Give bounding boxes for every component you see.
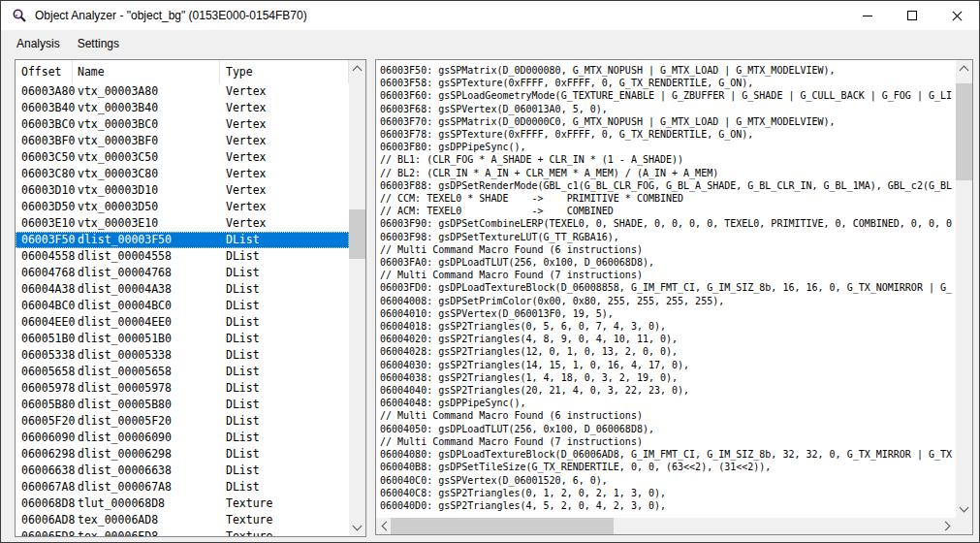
code-line: 06003F80: gsDPPipeSync(), (380, 141, 956, 153)
code-line: // CCM: TEXEL0 * SHADE -> PRIMITIVE * CO… (380, 192, 956, 205)
table-row[interactable]: 06005658dlist_00005658DList (16, 364, 349, 380)
cell-type: DList (226, 331, 260, 347)
cell-type: DList (226, 298, 260, 314)
cell-offset: 06005B80 (21, 397, 75, 413)
disassembly-text[interactable]: 06003F50: gsSPMatrix(D_0D000080, G_MTX_N… (376, 60, 956, 518)
cell-type: DList (226, 397, 260, 413)
table-row[interactable]: 06004BC0dlist_00004BC0DList (16, 298, 349, 314)
scroll-up-icon[interactable] (349, 60, 365, 77)
cell-type: DList (226, 347, 260, 364)
table-row[interactable]: 060068D8tlut_000068D8Texture (16, 495, 349, 512)
table-row[interactable]: 060067A8dlist_000067A8DList (16, 479, 349, 495)
magnifier-app-icon (12, 8, 27, 23)
table-row[interactable]: 06003B40vtx_00003B40Vertex (16, 100, 349, 116)
cell-type: Vertex (226, 215, 267, 232)
scroll-up-icon[interactable] (956, 60, 972, 77)
cell-type: DList (226, 380, 260, 397)
table-row[interactable]: 06006AD8tex_00006AD8Texture (16, 512, 349, 528)
code-line: 06004008: gsDPSetPrimColor(0x00, 0x80, 2… (380, 295, 956, 307)
cell-name: dlist_00004BC0 (78, 298, 172, 314)
titlebar[interactable]: Object Analyzer - "object_bg" (0153E000-… (1, 1, 979, 30)
cell-offset: 06004558 (21, 248, 75, 265)
table-row[interactable]: 06006ED8tex_00006ED8Texture (16, 528, 349, 536)
cell-name: tlut_000068D8 (78, 495, 165, 512)
code-line: // Multi Command Macro Found (6 instruct… (380, 409, 956, 422)
table-row[interactable]: 06003BC0vtx_00003BC0Vertex (16, 116, 349, 133)
cell-name: dlist_000051B0 (78, 331, 172, 347)
table-row[interactable]: 06003D50vtx_00003D50Vertex (16, 199, 349, 215)
menu-item-settings[interactable]: Settings (69, 32, 128, 55)
cell-type: DList (226, 463, 260, 479)
cell-type: DList (226, 232, 260, 248)
disassembly-vscrollbar[interactable] (956, 60, 972, 518)
column-header-offset[interactable]: Offset (16, 60, 73, 83)
cell-offset: 06006090 (21, 430, 75, 446)
scroll-down-icon[interactable] (349, 520, 365, 536)
scroll-down-icon[interactable] (956, 501, 972, 518)
minimize-button[interactable] (845, 1, 890, 30)
table-row[interactable]: 06003D10vtx_00003D10Vertex (16, 182, 349, 199)
table-row[interactable]: 06004558dlist_00004558DList (16, 248, 349, 265)
table-row[interactable]: 06005338dlist_00005338DList (16, 347, 349, 364)
maximize-button[interactable] (890, 1, 934, 30)
table-row[interactable]: 06003F50dlist_00003F50DList (16, 232, 349, 248)
table-row[interactable]: 06006090dlist_00006090DList (16, 430, 349, 446)
cell-offset: 06004EE0 (21, 314, 75, 331)
table-row[interactable]: 06005978dlist_00005978DList (16, 380, 349, 397)
code-line: 06003F50: gsSPMatrix(D_0D000080, G_MTX_N… (380, 64, 956, 77)
code-line: 060040B8: gsDPSetTileSize(G_TX_RENDERTIL… (380, 461, 956, 473)
cell-offset: 06003A80 (21, 83, 75, 100)
table-row[interactable]: 06006638dlist_00006638DList (16, 463, 349, 479)
table-row[interactable]: 06003BF0vtx_00003BF0Vertex (16, 133, 349, 149)
cell-name: dlist_00006090 (78, 430, 172, 446)
column-header-type[interactable]: Type (220, 60, 349, 83)
table-row[interactable]: 06004A38dlist_00004A38DList (16, 281, 349, 298)
cell-offset: 06003E10 (21, 215, 75, 232)
table-row[interactable]: 06003E10vtx_00003E10Vertex (16, 215, 349, 232)
cell-offset: 06006ED8 (21, 528, 75, 536)
table-row[interactable]: 06003A80vtx_00003A80Vertex (16, 83, 349, 100)
scroll-right-icon[interactable] (939, 518, 956, 534)
code-line: 060040C8: gsSP2Triangles(0, 1, 2, 0, 2, … (380, 487, 956, 499)
cell-type: Texture (226, 495, 272, 512)
cell-type: Vertex (226, 133, 267, 149)
code-line: 06004040: gsSP2Triangles(20, 21, 4, 0, 3… (380, 384, 956, 397)
code-line: 06004080: gsDPLoadTextureBlock(D_06006AD… (380, 448, 956, 461)
cell-type: DList (226, 413, 260, 430)
table-row[interactable]: 06003C80vtx_00003C80Vertex (16, 166, 349, 182)
menu-item-analysis[interactable]: Analysis (8, 32, 69, 55)
disassembly-hscrollbar[interactable] (376, 518, 956, 534)
code-line: // BL2: (CLR_IN * A_IN + CLR_MEM * A_MEM… (380, 167, 956, 179)
code-line: 06004018: gsSP2Triangles(0, 5, 6, 0, 7, … (380, 320, 956, 333)
window-title: Object Analyzer - "object_bg" (0153E000-… (35, 9, 307, 22)
close-button[interactable] (934, 1, 979, 30)
scrollbar-thumb[interactable] (391, 518, 614, 534)
cell-name: dlist_00003F50 (78, 232, 172, 248)
table-row[interactable]: 06005F20dlist_00005F20DList (16, 413, 349, 430)
cell-offset: 06005978 (21, 380, 75, 397)
table-row[interactable]: 06004768dlist_00004768DList (16, 265, 349, 281)
code-line: 06003F58: gsSPTexture(0xFFFF, 0xFFFF, 0,… (380, 77, 956, 89)
table-row[interactable]: 060051B0dlist_000051B0DList (16, 331, 349, 347)
cell-name: dlist_00004768 (78, 265, 172, 281)
column-header-name[interactable]: Name (73, 60, 220, 83)
object-list-scrollbar[interactable] (349, 60, 365, 536)
table-row[interactable]: 06006298dlist_00006298DList (16, 446, 349, 463)
cell-type: Vertex (226, 166, 267, 182)
cell-type: DList (226, 364, 260, 380)
scrollbar-thumb[interactable] (956, 83, 972, 180)
cell-offset: 06005658 (21, 364, 75, 380)
table-row[interactable]: 06005B80dlist_00005B80DList (16, 397, 349, 413)
cell-offset: 06006298 (21, 446, 75, 463)
disassembly-panel: 06003F50: gsSPMatrix(D_0D000080, G_MTX_N… (375, 59, 973, 535)
cell-name: vtx_00003BC0 (78, 116, 158, 133)
cell-type: DList (226, 281, 260, 298)
scrollbar-thumb[interactable] (349, 209, 365, 259)
cell-name: vtx_00003C50 (78, 149, 158, 166)
window-controls (845, 1, 979, 30)
table-row[interactable]: 06004EE0dlist_00004EE0DList (16, 314, 349, 331)
table-row[interactable]: 06003C50vtx_00003C50Vertex (16, 149, 349, 166)
code-line: 06003FD0: gsDPLoadTextureBlock(D_0600885… (380, 281, 956, 294)
code-line: 06003F78: gsSPTexture(0xFFFF, 0xFFFF, 0,… (380, 128, 956, 141)
code-line: 06003F70: gsSPMatrix(D_0D0000C0, G_MTX_N… (380, 115, 956, 128)
